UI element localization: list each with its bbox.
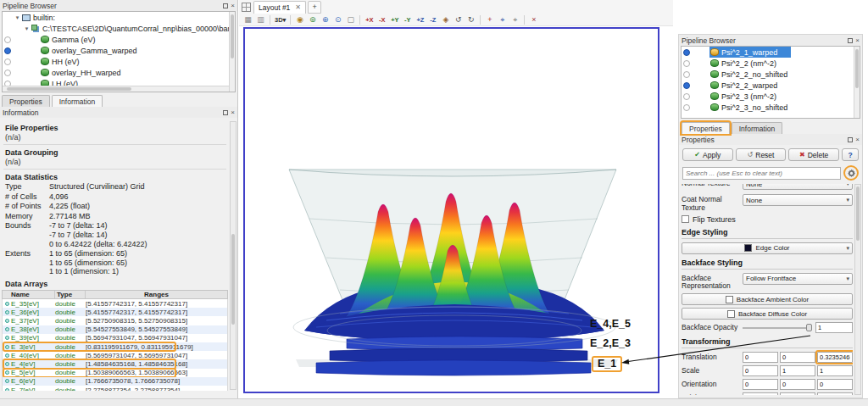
tab-properties-right[interactable]: Properties: [682, 122, 730, 134]
toolbar-adjust-camera-button[interactable]: ◉: [294, 14, 305, 25]
add-layout-tab-button[interactable]: +: [308, 1, 321, 14]
visibility-eye-icon[interactable]: [4, 58, 11, 65]
backface-opacity-input[interactable]: [815, 322, 853, 333]
undock-icon[interactable]: [848, 38, 853, 43]
close-icon[interactable]: ×: [855, 36, 860, 44]
reset-button[interactable]: ↺Reset: [736, 148, 787, 161]
right-pipeline-tree[interactable]: Psi^2_1_warpedPsi^2_2 (nm^-2)Psi^2_2_no_…: [681, 46, 860, 119]
information-scrollbar[interactable]: [230, 121, 236, 390]
toolbar-show-center-axes-button[interactable]: +: [484, 14, 495, 25]
pipeline-item[interactable]: Psi^2_2 (nm^-2): [682, 58, 860, 69]
pipeline-item[interactable]: ▾C:\TESTCASE\2D\QuantumCorral_nnp\bias_0…: [3, 23, 235, 34]
pipeline-item[interactable]: ▾builtin:: [3, 12, 235, 23]
undock-icon[interactable]: [223, 110, 228, 115]
tree-expander-icon[interactable]: ▾: [23, 25, 31, 32]
pipeline-item[interactable]: overlay_Gamma_warped: [3, 45, 235, 56]
tree-vertical-scrollbar[interactable]: [229, 12, 235, 92]
orientation-y-input[interactable]: [780, 379, 815, 390]
close-icon[interactable]: ×: [231, 108, 235, 116]
table-row[interactable]: E_35[eV]double[5.41557742317, 5.41557742…: [3, 299, 227, 308]
visibility-eye-icon[interactable]: [4, 36, 11, 43]
table-row[interactable]: E_36[eV]double[5.41557742317, 5.41557742…: [3, 308, 227, 316]
toolbar-set-view-plus-z-button[interactable]: +Z: [415, 14, 426, 25]
visibility-eye-icon[interactable]: [4, 70, 11, 76]
origin-z-input[interactable]: [817, 392, 853, 395]
toolbar-rotate-90-ccw-button[interactable]: ↺: [453, 14, 464, 25]
toolbar-set-view-minus-x-button[interactable]: -X: [376, 14, 387, 25]
orientation-z-input[interactable]: [817, 379, 853, 390]
tree-horizontal-scrollbar[interactable]: [3, 86, 229, 92]
origin-x-input[interactable]: [743, 392, 778, 395]
edge-color-button[interactable]: Edge Color ▾: [682, 242, 853, 254]
visibility-eye-icon[interactable]: [4, 47, 11, 54]
visibility-eye-icon[interactable]: [683, 49, 690, 56]
table-row[interactable]: E_40[eV]double[5.56959731047, 5.56959731…: [3, 351, 227, 359]
undock-icon[interactable]: [848, 137, 853, 142]
scale-y-input[interactable]: [780, 365, 815, 376]
toolbar-set-view-plus-y-button[interactable]: +Y: [389, 14, 400, 25]
pipeline-item[interactable]: Psi^2_3_no_shifted: [682, 102, 860, 113]
table-row[interactable]: E_3[eV]double[0.831195911679, 0.83119591…: [3, 342, 227, 351]
backface-di ffuse-color-button[interactable]: Backface Diffuse Color: [682, 308, 853, 320]
close-icon[interactable]: ✕: [295, 3, 301, 11]
table-row[interactable]: E_5[eV]double[1.50389066563, 1.503890665…: [3, 369, 227, 377]
column-header-ranges[interactable]: Ranges: [86, 291, 227, 298]
toolbar-set-view-minus-y-button[interactable]: -Y: [402, 14, 413, 25]
undock-icon[interactable]: [223, 3, 228, 8]
delete-button[interactable]: ✖Delete: [788, 148, 839, 161]
left-pipeline-tree[interactable]: ▾builtin:▾C:\TESTCASE\2D\QuantumCorral_n…: [2, 11, 236, 92]
toolbar-delete-view-button[interactable]: ×: [528, 14, 539, 25]
flip-textures-checkbox[interactable]: [682, 215, 689, 223]
pipeline-item[interactable]: HH (eV): [3, 56, 235, 67]
toolbar-render-mode-3d-button[interactable]: 3D▾: [274, 14, 287, 25]
origin-y-input[interactable]: [780, 392, 815, 395]
render-view[interactable]: E_4,E_5 E_2,E_3 E_1: [243, 27, 659, 393]
visibility-eye-icon[interactable]: [683, 82, 690, 89]
tab-properties-left[interactable]: Properties: [2, 95, 50, 107]
pipeline-item[interactable]: overlay_HH_warped: [3, 67, 235, 78]
toolbar-isometric-view-button[interactable]: ◈: [440, 14, 451, 25]
translation-z-input[interactable]: [817, 352, 853, 363]
table-row[interactable]: E_7[eV]double[2.2758877354, 2.2758877354…: [3, 386, 227, 391]
close-icon[interactable]: ×: [855, 136, 860, 143]
table-row[interactable]: E_4[eV]double[1.48584635168, 1.485846351…: [3, 359, 227, 368]
toolbar-set-view-minus-z-button[interactable]: -Z: [427, 14, 438, 25]
tree-vertical-scrollbar[interactable]: [854, 47, 860, 118]
apply-button[interactable]: ✔Apply: [682, 148, 733, 161]
orientation-x-input[interactable]: [743, 379, 778, 390]
table-row[interactable]: E_38[eV]double[5.54527553849, 5.54527553…: [3, 325, 227, 334]
backface-opacity-slider[interactable]: [743, 322, 812, 333]
coat-normal-texture-dropdown[interactable]: None▾: [743, 194, 853, 206]
tree-expander-icon[interactable]: ▾: [14, 14, 21, 21]
close-icon[interactable]: ×: [231, 2, 235, 9]
table-row[interactable]: E_39[eV]double[5.56947931047, 5.56947931…: [3, 334, 227, 342]
pipeline-item[interactable]: Psi^2_3 (nm^-2): [682, 91, 860, 102]
tab-information-left[interactable]: Information: [52, 95, 103, 107]
column-header-type[interactable]: Type: [55, 291, 86, 298]
properties-scrollbar[interactable]: [854, 184, 861, 395]
pipeline-item[interactable]: Gamma (eV): [3, 34, 235, 45]
toolbar-reset-center-button[interactable]: ⌖: [509, 14, 520, 25]
chevron-down-icon[interactable]: ▾: [846, 245, 849, 252]
normal-texture-dropdown[interactable]: None▾: [743, 184, 853, 190]
scale-x-input[interactable]: [743, 365, 778, 376]
table-row[interactable]: E_6[eV]double[1.7666735078, 1.7666735078…: [3, 377, 227, 386]
toolbar-zoom-closest-button[interactable]: ⊙: [332, 14, 343, 25]
visibility-eye-icon[interactable]: [683, 93, 690, 100]
pipeline-item[interactable]: Psi^2_2_warped: [682, 80, 860, 91]
toolbar-zoom-to-data-button[interactable]: ⊕: [320, 14, 331, 25]
toolbar-reset-camera-button[interactable]: ⊚: [307, 14, 318, 25]
visibility-eye-icon[interactable]: [683, 104, 690, 111]
tab-layout-1[interactable]: Layout #1 ✕: [253, 1, 306, 14]
gear-icon[interactable]: [847, 169, 856, 178]
translation-x-input[interactable]: [743, 352, 778, 363]
search-input[interactable]: [682, 167, 841, 180]
visibility-eye-icon[interactable]: [683, 71, 690, 78]
toolbar-copy-view-button[interactable]: ▦: [242, 14, 253, 25]
backface-ambient-color-button[interactable]: Backface Ambient Color: [682, 293, 853, 305]
translation-y-input[interactable]: [780, 352, 815, 363]
toolbar-set-view-plus-x-button[interactable]: +X: [364, 14, 375, 25]
help-button[interactable]: ?: [842, 148, 859, 161]
toolbar-rotate-90-cw-button[interactable]: ↻: [465, 14, 476, 25]
tab-information-right[interactable]: Information: [732, 122, 783, 134]
